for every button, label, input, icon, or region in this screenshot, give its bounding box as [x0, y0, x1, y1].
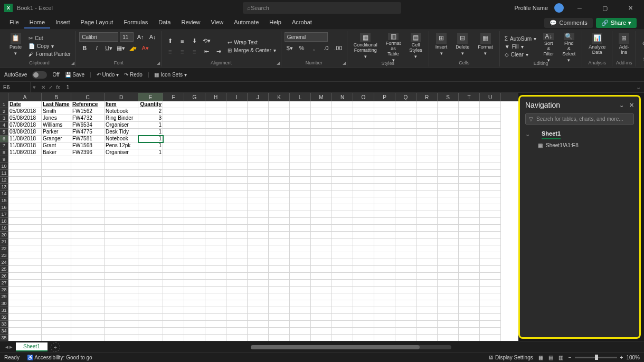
cell[interactable] [71, 273, 105, 280]
cell[interactable]: Item [105, 101, 138, 108]
cell[interactable] [71, 197, 105, 204]
cell[interactable] [438, 190, 459, 197]
cell[interactable] [459, 177, 480, 184]
cell[interactable]: 2 [138, 108, 163, 115]
cell[interactable] [248, 197, 269, 204]
row-header[interactable]: 6 [0, 136, 8, 142]
cell[interactable]: Williams [42, 122, 71, 129]
cell[interactable] [226, 225, 248, 232]
row-header[interactable]: 32 [0, 314, 8, 321]
cell[interactable] [290, 149, 311, 156]
cell[interactable] [290, 197, 311, 204]
column-header-A[interactable]: A [8, 93, 42, 101]
paste-button[interactable]: 📋Paste▾ [6, 32, 25, 60]
cell[interactable] [42, 156, 71, 163]
cell[interactable] [248, 156, 269, 163]
row-header[interactable]: 9 [0, 156, 8, 163]
cell[interactable] [105, 232, 138, 239]
cell[interactable] [8, 170, 42, 177]
cell[interactable] [290, 259, 311, 266]
cell[interactable] [311, 177, 332, 184]
cell[interactable] [8, 163, 42, 170]
cell[interactable] [138, 211, 163, 218]
column-header-Q[interactable]: Q [395, 93, 416, 101]
comma-button[interactable]: , [309, 43, 319, 53]
cancel-formula-icon[interactable]: ✕ [41, 84, 45, 90]
cell[interactable] [459, 273, 480, 280]
cell[interactable]: 1 [138, 136, 163, 142]
cell[interactable] [353, 266, 374, 273]
cell[interactable] [353, 156, 374, 163]
cell[interactable] [184, 129, 205, 136]
cell[interactable] [332, 163, 353, 170]
cell-styles-button[interactable]: ▤Cell Styles▾ [406, 32, 425, 61]
cell[interactable] [105, 177, 138, 184]
cell[interactable] [163, 197, 184, 204]
cell[interactable] [269, 232, 290, 239]
cell[interactable] [205, 177, 226, 184]
cell[interactable] [438, 232, 459, 239]
cell[interactable] [438, 307, 459, 314]
cell[interactable] [184, 177, 205, 184]
cell[interactable] [395, 287, 416, 293]
cell[interactable] [184, 142, 205, 149]
cell[interactable] [105, 252, 138, 259]
cell[interactable]: FW2396 [71, 149, 105, 156]
cell[interactable] [480, 245, 501, 252]
cell[interactable] [395, 321, 416, 328]
autosum-button[interactable]: Σ AutoSum ▾ [503, 35, 538, 42]
cell[interactable] [311, 280, 332, 287]
next-sheet-button[interactable]: ▸ [10, 344, 13, 350]
cell[interactable] [138, 225, 163, 232]
cell[interactable] [226, 108, 248, 115]
cell[interactable] [459, 280, 480, 287]
cell[interactable] [205, 115, 226, 122]
cell[interactable] [290, 101, 311, 108]
cell[interactable] [374, 307, 395, 314]
cell[interactable] [248, 232, 269, 239]
cell[interactable] [105, 273, 138, 280]
cell[interactable] [459, 136, 480, 142]
cell[interactable] [248, 287, 269, 293]
cell[interactable] [353, 108, 374, 115]
cell[interactable] [8, 197, 42, 204]
cell[interactable] [248, 293, 269, 300]
column-header-S[interactable]: S [438, 93, 459, 101]
cell[interactable] [71, 225, 105, 232]
cell[interactable] [353, 211, 374, 218]
cell[interactable] [332, 122, 353, 129]
cell[interactable] [248, 136, 269, 142]
cell[interactable] [226, 177, 248, 184]
cell[interactable] [269, 321, 290, 328]
cell[interactable] [374, 232, 395, 239]
row-header[interactable]: 27 [0, 280, 8, 287]
cell[interactable] [438, 170, 459, 177]
cell[interactable] [205, 218, 226, 225]
column-header-O[interactable]: O [353, 93, 374, 101]
cell[interactable] [269, 170, 290, 177]
cell[interactable] [416, 314, 438, 321]
cell[interactable] [163, 101, 184, 108]
cell[interactable] [226, 314, 248, 321]
cell[interactable] [480, 225, 501, 232]
column-header-D[interactable]: D [105, 93, 138, 101]
cell[interactable] [42, 321, 71, 328]
cell[interactable] [311, 122, 332, 129]
cell[interactable] [248, 252, 269, 259]
cell[interactable] [374, 197, 395, 204]
cell[interactable] [8, 184, 42, 190]
cell[interactable] [205, 273, 226, 280]
cell[interactable] [311, 170, 332, 177]
cell[interactable] [311, 204, 332, 211]
cell[interactable] [42, 287, 71, 293]
cell[interactable] [480, 170, 501, 177]
cell[interactable] [8, 273, 42, 280]
cell[interactable] [290, 252, 311, 259]
tab-automate[interactable]: Automate [229, 17, 264, 28]
cell[interactable] [374, 259, 395, 266]
cell[interactable] [353, 335, 374, 341]
cell[interactable] [416, 190, 438, 197]
cell[interactable] [311, 225, 332, 232]
cell[interactable] [42, 273, 71, 280]
cell[interactable] [353, 259, 374, 266]
